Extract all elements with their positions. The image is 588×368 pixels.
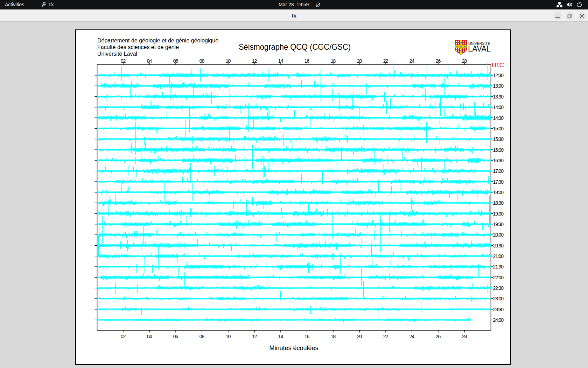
svg-text:14: 14	[278, 58, 284, 64]
svg-text:08: 08	[200, 58, 205, 64]
svg-text:16: 16	[304, 334, 310, 339]
svg-text:24: 24	[410, 334, 415, 339]
svg-text:06: 06	[173, 334, 178, 339]
svg-text:18: 18	[331, 334, 336, 339]
svg-text:28: 28	[462, 58, 467, 64]
svg-text:Séismographe QCQ (CGC/GSC): Séismographe QCQ (CGC/GSC)	[239, 42, 351, 52]
svg-text:23:00: 23:00	[493, 296, 504, 301]
svg-text:08: 08	[200, 334, 205, 339]
svg-text:22: 22	[383, 334, 388, 339]
svg-text:14:00: 14:00	[493, 104, 504, 110]
svg-text:10: 10	[226, 58, 231, 64]
svg-text:13:30: 13:30	[493, 94, 504, 100]
svg-text:15:30: 15:30	[493, 136, 504, 142]
svg-text:16:00: 16:00	[493, 147, 504, 153]
svg-text:19:30: 19:30	[493, 222, 504, 227]
svg-text:21:00: 21:00	[493, 253, 504, 259]
svg-text:20: 20	[357, 58, 362, 64]
svg-text:12:30: 12:30	[493, 73, 504, 78]
svg-text:20:30: 20:30	[493, 243, 504, 248]
svg-text:UTC: UTC	[492, 61, 504, 69]
svg-text:12: 12	[252, 334, 257, 339]
svg-text:LAVAL: LAVAL	[468, 44, 491, 53]
svg-text:18:00: 18:00	[493, 190, 504, 195]
svg-text:16: 16	[304, 58, 310, 64]
svg-text:26: 26	[436, 58, 441, 64]
svg-text:10: 10	[226, 334, 231, 339]
svg-text:15:00: 15:00	[493, 126, 504, 131]
svg-text:20: 20	[357, 334, 362, 339]
svg-text:23:30: 23:30	[493, 307, 504, 312]
svg-text:04: 04	[147, 58, 152, 64]
svg-text:13:00: 13:00	[493, 83, 504, 89]
svg-text:21:30: 21:30	[493, 264, 504, 270]
svg-text:04: 04	[147, 334, 152, 339]
svg-text:06: 06	[173, 58, 178, 64]
svg-text:22:00: 22:00	[493, 275, 504, 280]
svg-text:18: 18	[331, 58, 336, 64]
svg-text:18:30: 18:30	[493, 200, 504, 206]
svg-text:Faculté des sciences et de gén: Faculté des sciences et de génie	[97, 44, 179, 50]
svg-text:Département de géologie et de: Département de géologie et de génie géol…	[97, 38, 218, 43]
svg-text:Minutes écoulées: Minutes écoulées	[269, 345, 318, 352]
svg-text:24:00: 24:00	[493, 317, 504, 323]
svg-text:16:30: 16:30	[493, 158, 504, 163]
svg-text:17:00: 17:00	[493, 168, 504, 174]
svg-text:28: 28	[462, 334, 467, 339]
svg-text:12: 12	[252, 58, 257, 64]
svg-text:24: 24	[410, 58, 415, 64]
svg-text:02: 02	[121, 334, 126, 339]
svg-text:14: 14	[278, 334, 284, 339]
svg-text:Université Laval: Université Laval	[97, 51, 137, 57]
svg-text:20:00: 20:00	[493, 232, 504, 238]
svg-text:22: 22	[383, 58, 388, 64]
svg-text:19:00: 19:00	[493, 211, 504, 217]
svg-text:14:30: 14:30	[493, 115, 504, 121]
svg-text:02: 02	[121, 58, 126, 64]
svg-text:17:30: 17:30	[493, 179, 504, 185]
svg-text:22:30: 22:30	[493, 285, 504, 291]
svg-text:26: 26	[436, 334, 441, 339]
